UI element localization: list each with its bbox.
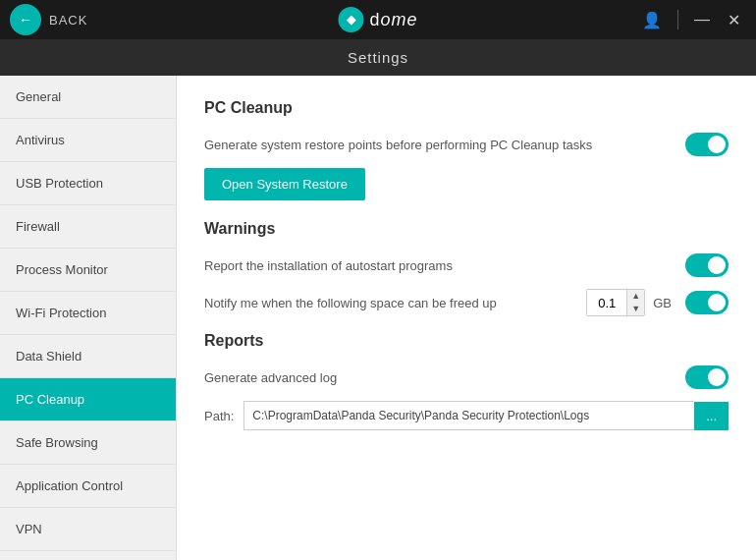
sidebar-item-data-shield[interactable]: Data Shield bbox=[0, 335, 176, 378]
separator bbox=[677, 10, 678, 29]
autostart-row: Report the installation of autostart pro… bbox=[204, 253, 729, 277]
reports-title: Reports bbox=[204, 332, 729, 350]
back-button[interactable]: ← bbox=[10, 4, 41, 35]
notify-right: ▲ ▼ GB bbox=[586, 289, 729, 316]
gb-label: GB bbox=[653, 296, 672, 310]
sidebar-item-vpn[interactable]: VPN bbox=[0, 508, 176, 551]
logo-text: dome bbox=[369, 10, 417, 30]
notify-space-row: Notify me when the following space can b… bbox=[204, 289, 729, 316]
autostart-label: Report the installation of autostart pro… bbox=[204, 258, 685, 273]
user-icon[interactable]: 👤 bbox=[636, 9, 668, 31]
sidebar-item-general[interactable]: General bbox=[0, 76, 176, 119]
path-browse-button[interactable]: ... bbox=[694, 402, 729, 430]
number-input-wrapper: ▲ ▼ bbox=[586, 289, 645, 316]
warnings-title: Warnings bbox=[204, 220, 729, 238]
sidebar-item-wifi-protection[interactable]: Wi-Fi Protection bbox=[0, 292, 176, 335]
spinner-buttons: ▲ ▼ bbox=[626, 290, 644, 315]
advanced-log-label: Generate advanced log bbox=[204, 370, 685, 385]
sidebar-item-safe-browsing[interactable]: Safe Browsing bbox=[0, 421, 176, 465]
autostart-toggle[interactable] bbox=[685, 253, 729, 277]
title-bar-actions: 👤 — ✕ bbox=[636, 9, 746, 31]
minimize-button[interactable]: — bbox=[688, 9, 716, 30]
logo-area: ◆ dome bbox=[338, 7, 417, 32]
spin-down-button[interactable]: ▼ bbox=[627, 303, 644, 315]
sidebar-item-application-control[interactable]: Application Control bbox=[0, 465, 176, 508]
toggle-slider bbox=[685, 133, 729, 156]
path-label: Path: bbox=[204, 409, 234, 423]
sidebar-item-pc-cleanup[interactable]: PC Cleanup bbox=[0, 378, 176, 421]
back-label: BACK bbox=[49, 13, 87, 28]
notify-space-label: Notify me when the following space can b… bbox=[204, 296, 586, 310]
sidebar-item-process-monitor[interactable]: Process Monitor bbox=[0, 249, 176, 292]
advanced-log-row: Generate advanced log bbox=[204, 365, 729, 389]
pc-cleanup-title: PC Cleanup bbox=[204, 99, 729, 117]
sidebar-item-firewall[interactable]: Firewall bbox=[0, 205, 176, 249]
title-bar: ← BACK ◆ dome 👤 — ✕ bbox=[0, 0, 756, 39]
advanced-log-toggle[interactable] bbox=[685, 365, 729, 389]
sidebar-item-antivirus[interactable]: Antivirus bbox=[0, 119, 176, 162]
restore-points-row: Generate system restore points before pe… bbox=[204, 133, 729, 156]
settings-header: Settings bbox=[0, 39, 756, 76]
content-area: PC Cleanup Generate system restore point… bbox=[177, 76, 756, 560]
toggle-slider bbox=[685, 291, 729, 314]
space-value-input[interactable] bbox=[587, 290, 626, 315]
main-layout: General Antivirus USB Protection Firewal… bbox=[0, 76, 756, 560]
restore-points-toggle[interactable] bbox=[685, 133, 729, 156]
path-row: Path: ... bbox=[204, 401, 729, 430]
logo-icon: ◆ bbox=[338, 7, 363, 32]
restore-points-label: Generate system restore points before pe… bbox=[204, 138, 685, 152]
path-input[interactable] bbox=[243, 401, 694, 430]
notify-space-toggle[interactable] bbox=[685, 291, 729, 314]
toggle-slider bbox=[685, 365, 729, 389]
close-button[interactable]: ✕ bbox=[722, 9, 746, 31]
open-system-restore-button[interactable]: Open System Restore bbox=[204, 168, 365, 200]
settings-title: Settings bbox=[348, 49, 408, 66]
sidebar: General Antivirus USB Protection Firewal… bbox=[0, 76, 177, 560]
sidebar-item-usb-protection[interactable]: USB Protection bbox=[0, 162, 176, 205]
spin-up-button[interactable]: ▲ bbox=[627, 290, 644, 303]
toggle-slider bbox=[685, 253, 729, 277]
